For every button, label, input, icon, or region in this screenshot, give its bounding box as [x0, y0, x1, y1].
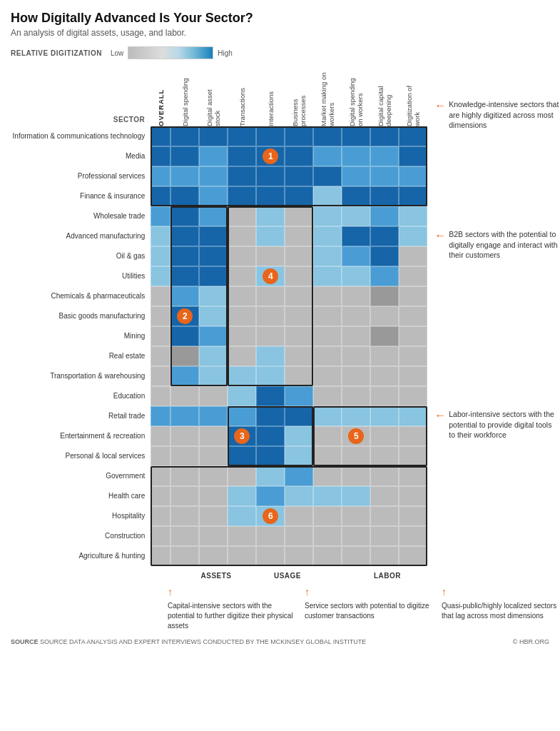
- cell-14-4: [256, 406, 285, 426]
- cell-13-9: [399, 386, 427, 406]
- sector-list: Information & communications technologyM…: [11, 126, 151, 566]
- cell-4-3: [228, 206, 256, 226]
- cell-18-2: [199, 486, 228, 506]
- cell-13-2: [199, 386, 228, 406]
- cell-2-0: [151, 166, 170, 186]
- cell-17-9: [399, 466, 427, 486]
- cell-7-5: [285, 266, 313, 286]
- cell-5-7: [342, 226, 370, 246]
- cell-1-8: [370, 146, 399, 166]
- cell-8-5: [285, 286, 313, 306]
- cell-12-0: [151, 366, 170, 386]
- grid-section: OVERALLDigital spendingDigital asset sto…: [151, 69, 427, 566]
- cell-10-7: [342, 326, 370, 346]
- grid-row-4: [151, 206, 427, 226]
- sector-label-9: Basic goods manufacturing: [11, 306, 151, 326]
- axis-labels-row: ASSETSUSAGELABOR: [168, 572, 444, 580]
- cell-6-8: [370, 246, 399, 266]
- cell-20-5: [285, 526, 313, 546]
- cell-18-6: [313, 486, 342, 506]
- sector-label-4: Wholesale trade: [11, 206, 151, 226]
- cell-2-5: [285, 166, 313, 186]
- cell-12-8: [370, 366, 399, 386]
- cell-19-7: [342, 506, 370, 526]
- cell-3-6: [313, 186, 342, 206]
- cell-21-9: [399, 546, 427, 566]
- cell-3-9: [399, 186, 427, 206]
- cell-14-7: [342, 406, 370, 426]
- cell-17-7: [342, 466, 370, 486]
- cell-8-0: [151, 286, 170, 306]
- cell-16-3: [228, 446, 256, 466]
- cell-17-0: [151, 466, 170, 486]
- annotation-text-4: B2B sectors with the potential to digita…: [449, 229, 559, 261]
- cell-2-4: [256, 166, 285, 186]
- cell-17-4: [256, 466, 285, 486]
- grid-row-16: [151, 446, 427, 466]
- cell-14-3: [228, 406, 256, 426]
- bottom-annotation-3: ↑Service sectors with potential to digit…: [305, 585, 430, 631]
- cell-11-1: [170, 346, 199, 366]
- cell-19-9: [399, 506, 427, 526]
- cell-11-6: [313, 346, 342, 366]
- cell-20-7: [342, 526, 370, 546]
- cell-18-1: [170, 486, 199, 506]
- cell-20-3: [228, 526, 256, 546]
- cell-7-7: [342, 266, 370, 286]
- cell-16-1: [170, 446, 199, 466]
- sector-label-19: Hospitality: [11, 506, 151, 526]
- col-header-9: Digitization of work: [399, 69, 427, 126]
- source-line: SOURCE SOURCE DATA ANALYSIS AND EXPERT I…: [11, 638, 549, 645]
- cell-2-6: [313, 166, 342, 186]
- cell-13-7: [342, 386, 370, 406]
- cell-8-3: [228, 286, 256, 306]
- cell-18-4: [256, 486, 285, 506]
- left-section: SECTOR Information & communications tech…: [11, 69, 151, 566]
- cell-0-0: [151, 126, 170, 146]
- cell-8-6: [313, 286, 342, 306]
- col-header-5: Business processes: [285, 69, 313, 126]
- sector-label-8: Chemicals & pharmaceuticals: [11, 286, 151, 306]
- sector-label-10: Mining: [11, 326, 151, 346]
- grid-row-14: [151, 406, 427, 426]
- cell-6-1: [170, 246, 199, 266]
- cell-12-2: [199, 366, 228, 386]
- cell-16-7: [342, 446, 370, 466]
- sector-label-1: Media: [11, 146, 151, 166]
- cell-0-6: [313, 126, 342, 146]
- cell-18-8: [370, 486, 399, 506]
- cell-21-8: [370, 546, 399, 566]
- cell-21-6: [313, 546, 342, 566]
- cell-12-3: [228, 366, 256, 386]
- labor-label: LABOR: [330, 572, 444, 580]
- cell-13-4: [256, 386, 285, 406]
- cell-1-6: [313, 146, 342, 166]
- legend-high: High: [218, 49, 233, 57]
- cell-14-6: [313, 406, 342, 426]
- cell-10-4: [256, 326, 285, 346]
- sector-label-16: Personal & local services: [11, 446, 151, 466]
- cell-4-4: [256, 206, 285, 226]
- cell-9-9: [399, 306, 427, 326]
- cell-13-1: [170, 386, 199, 406]
- cell-15-4: [256, 426, 285, 446]
- cell-13-5: [285, 386, 313, 406]
- cell-10-6: [313, 326, 342, 346]
- col-header-8: Digital capital deepening: [370, 69, 399, 126]
- cell-17-3: [228, 466, 256, 486]
- cell-18-7: [342, 486, 370, 506]
- cell-18-3: [228, 486, 256, 506]
- cell-19-0: [151, 506, 170, 526]
- grid-row-20: [151, 526, 427, 546]
- main-layout: SECTOR Information & communications tech…: [11, 69, 549, 566]
- grid-row-12: [151, 366, 427, 386]
- sector-label-20: Construction: [11, 526, 151, 546]
- up-arrow-icon-3: ↑: [305, 585, 430, 600]
- cell-20-2: [199, 526, 228, 546]
- up-arrow-icon-q: ↑: [442, 585, 560, 600]
- grid-row-15: [151, 426, 427, 446]
- cell-14-9: [399, 406, 427, 426]
- col-header-7: Digital spending on workers: [342, 69, 370, 126]
- col-header-1: Digital spending: [170, 69, 199, 126]
- cell-15-8: [370, 426, 399, 446]
